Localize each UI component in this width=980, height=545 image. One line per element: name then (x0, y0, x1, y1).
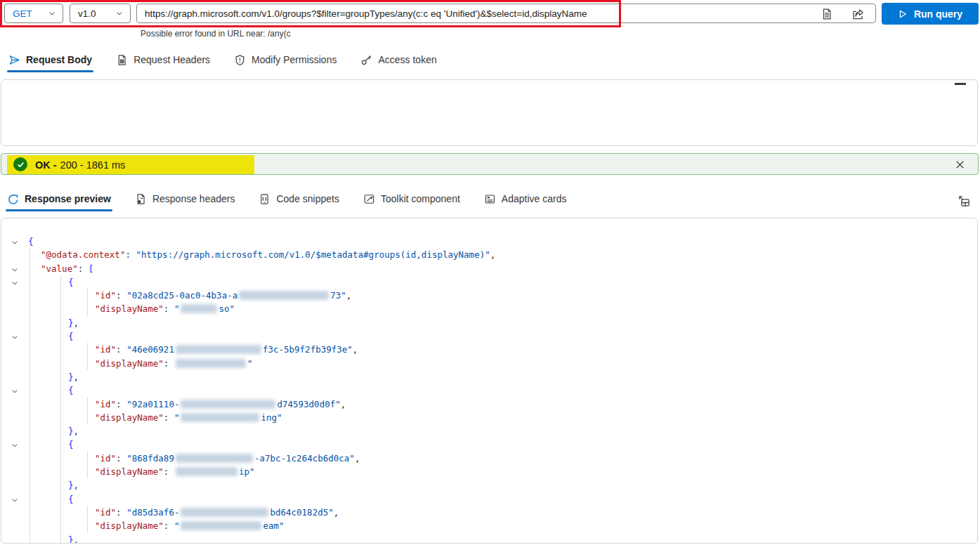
response-tab-code-snippets[interactable]: Code snippets (257, 188, 341, 210)
fold-chevron-down-icon[interactable] (11, 237, 20, 246)
fold-chevron-down-icon[interactable] (11, 277, 20, 287)
share-query-button[interactable] (851, 7, 865, 21)
json-token-punct: : (116, 453, 126, 464)
indent-guide (60, 329, 61, 343)
indent-guide (87, 506, 88, 519)
json-line: "value": [ (1, 262, 977, 275)
json-token-str: "d85d3af6- (126, 507, 179, 518)
tab-label: Request Headers (133, 54, 210, 65)
json-token-key: "id" (95, 399, 116, 409)
minimize-request-editor-button[interactable] (955, 83, 966, 85)
json-code: }, (68, 424, 79, 438)
expand-icon (958, 195, 972, 208)
run-query-label: Run query (914, 8, 962, 20)
json-token-brace: { (28, 236, 34, 247)
json-line: { (1, 383, 977, 397)
http-method-select[interactable]: GET (4, 4, 63, 23)
json-token-key: "displayName" (95, 358, 164, 369)
fold-chevron-down-icon[interactable] (11, 440, 20, 449)
fold-chevron-down-icon[interactable] (11, 264, 20, 273)
indent-guide (60, 465, 61, 478)
json-line: "id": "46e06921f3c-5b9f2fb39f3e", (1, 343, 977, 356)
response-tab-response-headers[interactable]: Response headers (133, 188, 237, 210)
check-icon (16, 160, 25, 169)
indent-guide (60, 533, 61, 544)
tab-label: Code snippets (276, 193, 339, 204)
indent-guide (87, 343, 88, 356)
json-code: "id": "46e06921f3c-5b9f2fb39f3e", (95, 343, 358, 356)
json-token-str: "02a8cd25-0ac0-4b3a-a (126, 290, 237, 301)
response-preview-panel: {"@odata.context": "https://graph.micros… (1, 218, 978, 544)
json-line: { (1, 329, 977, 343)
api-version-select[interactable]: v1.0 (70, 4, 131, 23)
indent-guide (30, 506, 30, 519)
json-code: { (68, 329, 74, 343)
send-icon (8, 54, 20, 66)
adaptive-cards-icon (484, 193, 496, 205)
json-token-brace: } (68, 480, 74, 490)
response-tab-response-preview[interactable]: Response preview (6, 188, 112, 210)
redacted-blur (181, 413, 259, 422)
json-line: "id": "d85d3af6-bd64c0182d5", (1, 506, 977, 519)
json-line: "displayName": " (1, 357, 977, 370)
request-headers-icon (116, 54, 128, 66)
indent-guide (30, 438, 30, 451)
json-token-str: "46e06921 (126, 344, 174, 355)
expand-response-button[interactable] (958, 194, 972, 208)
query-url-input[interactable] (145, 5, 805, 22)
indent-guide (60, 478, 61, 492)
json-token-punct: : (164, 358, 174, 369)
http-method-value: GET (13, 8, 32, 19)
status-ok-label: OK - (35, 159, 57, 171)
tab-label: Access token (378, 54, 436, 65)
json-code: "id": "92a01110-d74593d0d0f", (95, 398, 346, 411)
indent-guide (60, 452, 61, 465)
run-query-button[interactable]: Run query (882, 3, 979, 25)
json-line: }, (1, 370, 977, 383)
json-token-punct: : (164, 466, 174, 477)
indent-guide (30, 383, 30, 397)
request-tab-modify-permissions[interactable]: Modify Permissions (233, 48, 338, 71)
toolkit-icon (363, 193, 375, 205)
json-line: }, (1, 316, 977, 329)
json-token-str: bd64c0182d5" (270, 507, 333, 518)
indent-guide (87, 398, 88, 411)
fold-chevron-down-icon[interactable] (11, 386, 20, 395)
json-token-punct: , (490, 249, 496, 260)
response-status-banner: OK - 200 - 1861 ms (1, 153, 979, 175)
json-line: "id": "02a8cd25-0ac0-4b3a-a73", (1, 289, 977, 302)
indent-guide (60, 302, 61, 315)
indent-guide (60, 424, 61, 438)
json-token-key: "id" (95, 344, 116, 355)
indent-guide (60, 398, 61, 411)
json-token-key: "displayName" (95, 520, 164, 531)
json-line: "@odata.context": "https://graph.microso… (1, 248, 977, 261)
response-tab-adaptive-cards[interactable]: Adaptive cards (483, 188, 568, 210)
fold-chevron-down-icon[interactable] (11, 331, 20, 341)
json-token-brace: { (68, 385, 74, 395)
json-token-brace: { (68, 331, 74, 341)
json-code: "id": "02a8cd25-0ac0-4b3a-a73", (95, 289, 351, 302)
json-token-brace: { (68, 439, 74, 449)
json-token-punct: , (74, 372, 79, 382)
response-json-viewer: {"@odata.context": "https://graph.micros… (1, 235, 977, 543)
redacted-blur (176, 345, 261, 354)
close-status-banner-button[interactable] (954, 157, 968, 171)
url-error-hint: Possible error found in URL near: /any(c (141, 29, 291, 39)
request-tab-request-headers[interactable]: Request Headers (115, 48, 211, 71)
indent-guide (60, 438, 61, 451)
indent-guide (30, 248, 30, 261)
json-token-punct: , (353, 344, 358, 355)
indent-guide (30, 465, 30, 478)
indent-guide (60, 519, 61, 532)
request-tab-request-body[interactable]: Request Body (7, 48, 93, 71)
fold-chevron-down-icon[interactable] (11, 494, 20, 504)
response-tab-toolkit-component[interactable]: Toolkit component (362, 188, 462, 210)
indent-guide (60, 357, 61, 370)
url-document-button[interactable] (821, 7, 835, 21)
query-url-box (136, 4, 876, 23)
tab-label: Request Body (26, 54, 92, 65)
json-token-punct: , (74, 480, 79, 490)
indent-guide (30, 533, 30, 544)
request-tab-access-token[interactable]: Access token (359, 48, 438, 71)
